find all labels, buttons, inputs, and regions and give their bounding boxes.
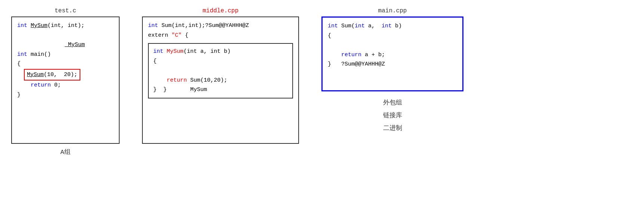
main-container: test.c int MySum(int, int); _MySum int m… — [11, 7, 633, 156]
panel-b: middle.cpp int Sum(int,int);?Sum@@YAHHH@… — [142, 7, 299, 144]
b-line-2: extern "C" { — [148, 31, 293, 40]
panel-c: main.cpp int Sum(int a, int b) { return … — [321, 7, 463, 135]
line-1: int MySum(int, int); — [17, 21, 114, 31]
panel-c-box: int Sum(int a, int b) { return a + b; } … — [321, 16, 463, 91]
label-lib: 链接库 — [383, 109, 402, 122]
b-line-7: } } MySum — [153, 85, 288, 95]
line-5: { — [17, 59, 114, 69]
panel-b-title: middle.cpp — [203, 7, 238, 14]
label-outer: 外包组 — [383, 97, 402, 109]
b-line-1: int Sum(int,int);?Sum@@YAHHH@Z — [148, 21, 293, 31]
b-line-3: int MySum(int a, int b) — [153, 47, 288, 57]
b-inner-box: int MySum(int a, int b) { return Sum(10,… — [148, 43, 293, 98]
line-7: return 0; — [17, 81, 114, 90]
b-line-5 — [153, 66, 288, 76]
c-line-3 — [328, 40, 457, 50]
c-line-1: int Sum(int a, int b) — [328, 21, 457, 31]
line-8: } — [17, 90, 114, 100]
c-line-4: return a + b; — [328, 50, 457, 60]
panel-a-box: int MySum(int, int); _MySum int main() {… — [11, 16, 120, 144]
label-binary: 二进制 — [383, 122, 402, 135]
c-line-2: { — [328, 31, 457, 41]
b-line-4: { — [153, 57, 288, 66]
line-4: int main() — [17, 50, 114, 60]
panel-c-title: main.cpp — [378, 7, 407, 14]
line-6: MySum(10, 20); — [17, 69, 114, 81]
panel-a: test.c int MySum(int, int); _MySum int m… — [11, 7, 120, 156]
panel-a-title: test.c — [55, 7, 76, 14]
c-line-5: } ?Sum@@YAHHH@Z — [328, 60, 457, 69]
panel-c-labels: 外包组 链接库 二进制 — [383, 97, 402, 135]
panel-b-box: int Sum(int,int);?Sum@@YAHHH@Z extern "C… — [142, 16, 299, 144]
b-line-6: return Sum(10,20); — [153, 76, 288, 85]
panel-a-label: A组 — [60, 148, 70, 156]
line-3: _MySum — [17, 40, 114, 50]
line-2 — [17, 31, 114, 40]
